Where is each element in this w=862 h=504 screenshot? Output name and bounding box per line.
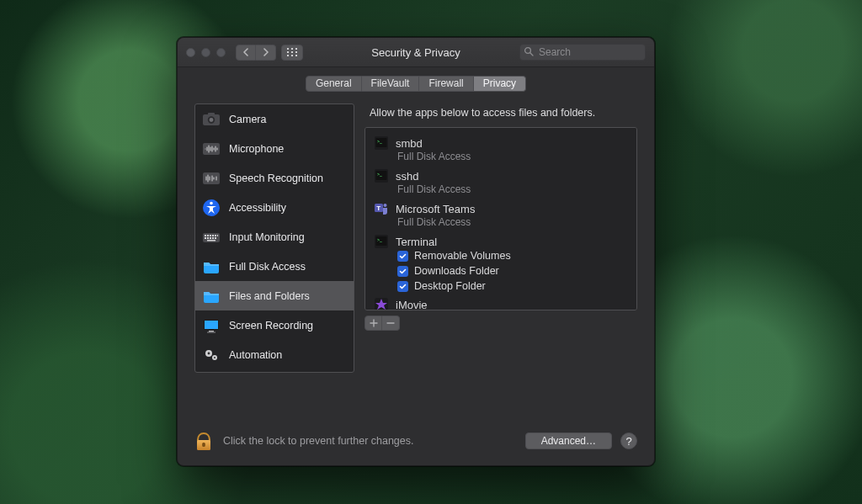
permission-label: Downloads Folder: [414, 265, 499, 277]
forward-button[interactable]: [256, 45, 276, 61]
svg-point-53: [214, 357, 216, 358]
app-name: smbd: [396, 137, 423, 150]
permission-checkbox[interactable]: [397, 251, 408, 262]
sidebar-item-automation[interactable]: Automation: [195, 340, 354, 369]
minimize-window-button[interactable]: [201, 48, 210, 57]
svg-rect-34: [205, 235, 206, 236]
app-list[interactable]: >_smbdFull Disk Access>_sshdFull Disk Ac…: [364, 127, 637, 310]
svg-rect-5: [295, 51, 297, 53]
folder-icon: [202, 257, 221, 276]
sidebar-item-screen-recording[interactable]: Screen Recording: [195, 310, 354, 340]
remove-button[interactable]: [382, 316, 400, 331]
category-sidebar[interactable]: CameraMicrophoneSpeech RecognitionAccess…: [194, 103, 354, 373]
close-window-button[interactable]: [186, 48, 195, 57]
permission-row[interactable]: Removable Volumes: [365, 249, 636, 264]
sidebar-item-label: Accessibility: [229, 202, 286, 214]
preferences-window: Security & Privacy GeneralFileVaultFirew…: [177, 37, 655, 466]
svg-point-14: [210, 118, 214, 122]
app-row[interactable]: >_Terminal: [365, 231, 636, 249]
search-input[interactable]: [519, 44, 646, 61]
zoom-window-button[interactable]: [216, 48, 226, 57]
svg-text:>_: >_: [377, 139, 382, 144]
app-subtext: Full Disk Access: [365, 183, 636, 199]
permission-checkbox[interactable]: [397, 281, 408, 292]
search-wrap: [519, 44, 646, 61]
exec-icon: >_: [374, 234, 389, 249]
advanced-button[interactable]: Advanced…: [525, 432, 612, 449]
svg-rect-1: [291, 48, 293, 50]
mic-icon: [202, 140, 221, 158]
permission-row[interactable]: Downloads Folder: [365, 264, 636, 279]
svg-rect-45: [207, 240, 216, 241]
footer: Click the lock to prevent further change…: [178, 418, 654, 465]
svg-rect-8: [295, 55, 297, 56]
add-remove-bar: [364, 316, 637, 331]
svg-rect-4: [291, 51, 293, 53]
speech-icon: [202, 169, 221, 188]
app-row[interactable]: >_sshd: [365, 166, 636, 183]
svg-rect-48: [209, 331, 214, 332]
svg-text:>_: >_: [377, 172, 382, 177]
svg-rect-7: [291, 55, 293, 56]
svg-rect-37: [212, 235, 214, 236]
permission-checkbox[interactable]: [397, 266, 408, 277]
search-icon: [524, 46, 534, 56]
app-row[interactable]: TMicrosoft Teams: [365, 199, 636, 216]
svg-rect-41: [207, 237, 209, 239]
svg-line-10: [530, 53, 533, 56]
app-subtext: Full Disk Access: [365, 151, 636, 166]
sidebar-item-files-and-folders[interactable]: Files and Folders: [195, 281, 354, 310]
app-name: iMovie: [396, 299, 428, 311]
app-name: Microsoft Teams: [396, 203, 475, 215]
titlebar: Security & Privacy: [178, 38, 654, 67]
sidebar-item-camera[interactable]: Camera: [195, 104, 354, 134]
tab-general[interactable]: General: [306, 76, 362, 92]
svg-rect-24: [203, 172, 220, 184]
app-row[interactable]: iMovie: [365, 294, 636, 310]
sidebar-item-label: Input Monitoring: [229, 231, 305, 243]
tab-filevault[interactable]: FileVault: [362, 76, 420, 92]
svg-rect-36: [210, 235, 211, 236]
svg-rect-3: [287, 51, 289, 53]
sidebar-item-speech[interactable]: Speech Recognition: [195, 163, 354, 193]
svg-rect-47: [205, 321, 218, 329]
svg-rect-44: [215, 237, 216, 239]
tab-firewall[interactable]: Firewall: [419, 76, 473, 92]
lock-icon[interactable]: [194, 430, 213, 452]
window-controls: [186, 48, 226, 57]
tab-privacy[interactable]: Privacy: [474, 76, 526, 92]
imovie-icon: [374, 297, 389, 310]
svg-rect-0: [287, 48, 289, 50]
sidebar-item-input-monitoring[interactable]: Input Monitoring: [195, 222, 354, 252]
svg-rect-12: [208, 113, 215, 116]
sidebar-item-label: Camera: [229, 114, 266, 125]
svg-point-62: [384, 204, 387, 207]
svg-text:T: T: [376, 204, 380, 212]
app-subtext: Full Disk Access: [365, 216, 636, 231]
svg-rect-40: [205, 237, 206, 239]
app-row[interactable]: >_smbd: [365, 133, 636, 151]
show-all-button[interactable]: [281, 45, 303, 61]
sidebar-item-label: Speech Recognition: [229, 172, 323, 184]
svg-rect-39: [217, 235, 218, 236]
sidebar-item-label: Automation: [229, 349, 282, 361]
detail-pane: Allow the apps below to access files and…: [364, 103, 637, 406]
exec-icon: >_: [374, 168, 389, 183]
app-name: Terminal: [396, 236, 437, 248]
sidebar-item-microphone[interactable]: Microphone: [195, 134, 354, 163]
help-button[interactable]: ?: [620, 432, 637, 449]
svg-rect-38: [215, 235, 216, 236]
svg-rect-35: [207, 235, 209, 236]
sidebar-item-full-disk-access[interactable]: Full Disk Access: [195, 252, 354, 281]
sidebar-item-label: Microphone: [229, 143, 284, 155]
permission-row[interactable]: Desktop Folder: [365, 279, 636, 294]
exec-icon: >_: [374, 135, 389, 151]
app-name: sshd: [396, 170, 418, 183]
back-button[interactable]: [236, 45, 256, 61]
sidebar-item-label: Full Disk Access: [229, 261, 306, 273]
add-button[interactable]: [364, 316, 382, 331]
sidebar-item-accessibility[interactable]: Accessibility: [195, 193, 354, 222]
tab-row: GeneralFileVaultFirewallPrivacy: [178, 67, 654, 103]
display-icon: [202, 316, 221, 335]
tabs: GeneralFileVaultFirewallPrivacy: [306, 76, 526, 92]
